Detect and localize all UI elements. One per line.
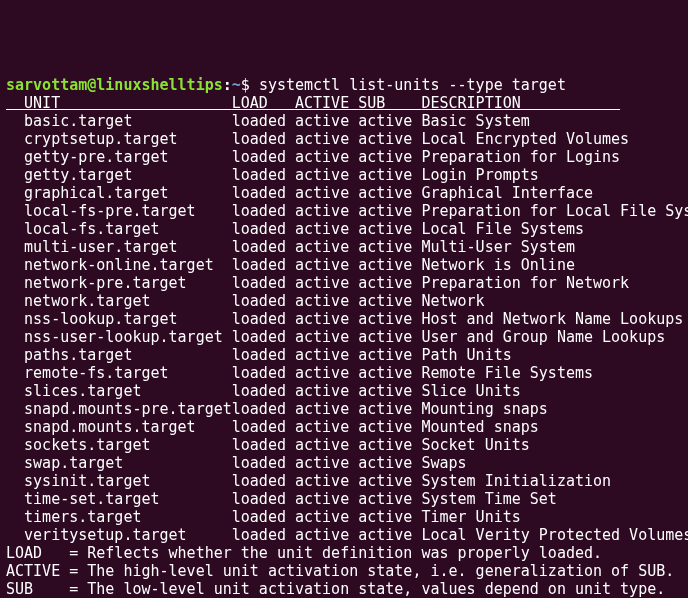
header-sub: SUB bbox=[358, 94, 421, 112]
prompt-line-1: sarvottam@linuxshelltips:~$ systemctl li… bbox=[6, 76, 566, 94]
command-text: systemctl list-units --type target bbox=[259, 76, 566, 94]
terminal-output[interactable]: sarvottam@linuxshelltips:~$ systemctl li… bbox=[6, 76, 682, 598]
legend-load: LOAD = Reflects whether the unit definit… bbox=[6, 544, 602, 562]
table-header: UNIT LOAD ACTIVE SUB DESCRIPTION bbox=[6, 94, 620, 112]
header-description: DESCRIPTION bbox=[421, 94, 620, 112]
prompt-user: sarvottam bbox=[6, 76, 87, 94]
legend-sub: SUB = The low-level unit activation stat… bbox=[6, 580, 665, 598]
header-load: LOAD bbox=[232, 94, 295, 112]
header-unit: UNIT bbox=[6, 94, 232, 112]
prompt-host: linuxshelltips bbox=[96, 76, 222, 94]
legend-active: ACTIVE = The high-level unit activation … bbox=[6, 562, 674, 580]
header-active: ACTIVE bbox=[295, 94, 358, 112]
prompt-path: ~ bbox=[232, 76, 241, 94]
prompt-colon: : bbox=[223, 76, 232, 94]
prompt-at: @ bbox=[87, 76, 96, 94]
unit-list: basic.target loaded active active Basic … bbox=[6, 112, 688, 544]
prompt-symbol: $ bbox=[241, 76, 259, 94]
